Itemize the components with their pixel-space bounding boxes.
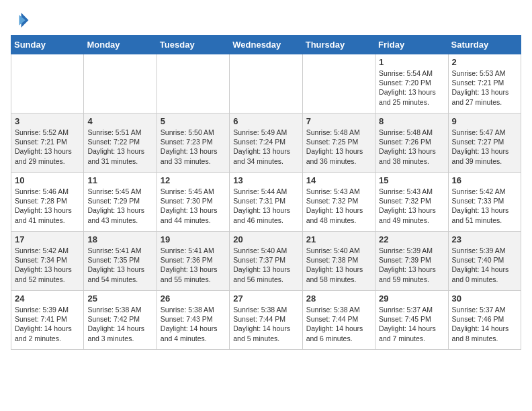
calendar-cell [230,54,302,113]
header-wednesday: Wednesday [230,36,302,54]
day-info: Sunrise: 5:40 AM Sunset: 7:38 PM Dayligh… [306,246,371,284]
day-number: 12 [161,175,226,185]
calendar-cell: 26Sunrise: 5:38 AM Sunset: 7:43 PM Dayli… [157,291,229,350]
day-info: Sunrise: 5:42 AM Sunset: 7:34 PM Dayligh… [15,246,80,284]
calendar-cell: 22Sunrise: 5:39 AM Sunset: 7:39 PM Dayli… [375,232,448,291]
day-info: Sunrise: 5:50 AM Sunset: 7:23 PM Dayligh… [161,128,226,166]
day-info: Sunrise: 5:47 AM Sunset: 7:27 PM Dayligh… [452,128,517,166]
calendar-cell: 15Sunrise: 5:43 AM Sunset: 7:32 PM Dayli… [375,173,448,232]
calendar-cell: 23Sunrise: 5:39 AM Sunset: 7:40 PM Dayli… [448,232,521,291]
calendar-cell: 30Sunrise: 5:37 AM Sunset: 7:46 PM Dayli… [448,291,521,350]
calendar-cell: 11Sunrise: 5:45 AM Sunset: 7:29 PM Dayli… [84,173,157,232]
day-number: 22 [379,234,444,244]
calendar-week-3: 10Sunrise: 5:46 AM Sunset: 7:28 PM Dayli… [11,173,521,232]
day-number: 25 [87,293,152,304]
calendar-week-2: 3Sunrise: 5:52 AM Sunset: 7:21 PM Daylig… [11,113,521,173]
header-monday: Monday [84,36,157,54]
day-number: 14 [306,175,371,185]
day-info: Sunrise: 5:39 AM Sunset: 7:39 PM Dayligh… [379,246,444,284]
day-number: 1 [379,57,444,67]
day-info: Sunrise: 5:38 AM Sunset: 7:44 PM Dayligh… [306,305,371,343]
day-info: Sunrise: 5:53 AM Sunset: 7:21 PM Dayligh… [452,68,517,107]
calendar-week-4: 17Sunrise: 5:42 AM Sunset: 7:34 PM Dayli… [11,232,521,291]
day-info: Sunrise: 5:38 AM Sunset: 7:42 PM Dayligh… [87,305,152,343]
day-info: Sunrise: 5:40 AM Sunset: 7:37 PM Dayligh… [233,246,298,284]
calendar-cell: 16Sunrise: 5:42 AM Sunset: 7:33 PM Dayli… [448,173,521,232]
calendar-cell: 3Sunrise: 5:52 AM Sunset: 7:21 PM Daylig… [11,113,84,173]
day-number: 2 [452,57,517,67]
calendar-cell: 28Sunrise: 5:38 AM Sunset: 7:44 PM Dayli… [302,291,375,350]
calendar-table: SundayMondayTuesdayWednesdayThursdayFrid… [11,35,521,350]
day-info: Sunrise: 5:51 AM Sunset: 7:22 PM Dayligh… [87,128,152,166]
calendar-cell: 24Sunrise: 5:39 AM Sunset: 7:41 PM Dayli… [11,291,84,350]
calendar-cell: 7Sunrise: 5:48 AM Sunset: 7:25 PM Daylig… [302,113,375,173]
header-friday: Friday [375,36,448,54]
day-info: Sunrise: 5:48 AM Sunset: 7:26 PM Dayligh… [379,128,444,166]
calendar-cell: 17Sunrise: 5:42 AM Sunset: 7:34 PM Dayli… [11,232,84,291]
day-number: 28 [306,293,371,304]
header-thursday: Thursday [302,36,375,54]
day-info: Sunrise: 5:45 AM Sunset: 7:30 PM Dayligh… [161,187,226,225]
day-number: 18 [87,234,152,244]
calendar-cell: 29Sunrise: 5:37 AM Sunset: 7:45 PM Dayli… [375,291,448,350]
calendar-cell: 14Sunrise: 5:43 AM Sunset: 7:32 PM Dayli… [302,173,375,232]
day-number: 23 [452,234,517,244]
day-info: Sunrise: 5:43 AM Sunset: 7:32 PM Dayligh… [379,187,444,225]
day-number: 17 [15,234,80,244]
header-saturday: Saturday [448,36,521,54]
logo-icon [11,11,30,30]
calendar-cell: 27Sunrise: 5:38 AM Sunset: 7:44 PM Dayli… [230,291,302,350]
day-number: 26 [161,293,226,304]
day-number: 4 [87,116,152,126]
calendar-header-row: SundayMondayTuesdayWednesdayThursdayFrid… [11,36,521,54]
day-number: 30 [452,293,517,304]
calendar-cell: 6Sunrise: 5:49 AM Sunset: 7:24 PM Daylig… [230,113,302,173]
header [11,11,521,30]
day-number: 29 [379,293,444,304]
calendar-week-5: 24Sunrise: 5:39 AM Sunset: 7:41 PM Dayli… [11,291,521,350]
day-number: 5 [161,116,226,126]
calendar-cell: 21Sunrise: 5:40 AM Sunset: 7:38 PM Dayli… [302,232,375,291]
day-number: 13 [233,175,298,185]
day-info: Sunrise: 5:54 AM Sunset: 7:20 PM Dayligh… [379,68,444,107]
calendar-cell: 1Sunrise: 5:54 AM Sunset: 7:20 PM Daylig… [375,54,448,113]
day-info: Sunrise: 5:38 AM Sunset: 7:43 PM Dayligh… [161,305,226,343]
day-info: Sunrise: 5:41 AM Sunset: 7:35 PM Dayligh… [87,246,152,284]
day-info: Sunrise: 5:46 AM Sunset: 7:28 PM Dayligh… [15,187,80,225]
day-number: 3 [15,116,80,126]
calendar-cell [157,54,229,113]
day-number: 10 [15,175,80,185]
calendar-week-1: 1Sunrise: 5:54 AM Sunset: 7:20 PM Daylig… [11,54,521,113]
day-number: 20 [233,234,298,244]
calendar-cell [84,54,157,113]
calendar-cell: 2Sunrise: 5:53 AM Sunset: 7:21 PM Daylig… [448,54,521,113]
calendar-cell: 20Sunrise: 5:40 AM Sunset: 7:37 PM Dayli… [230,232,302,291]
day-info: Sunrise: 5:52 AM Sunset: 7:21 PM Dayligh… [15,128,80,166]
day-number: 24 [15,293,80,304]
calendar-cell: 13Sunrise: 5:44 AM Sunset: 7:31 PM Dayli… [230,173,302,232]
day-info: Sunrise: 5:37 AM Sunset: 7:46 PM Dayligh… [452,305,517,343]
calendar-cell: 4Sunrise: 5:51 AM Sunset: 7:22 PM Daylig… [84,113,157,173]
calendar-cell: 25Sunrise: 5:38 AM Sunset: 7:42 PM Dayli… [84,291,157,350]
day-number: 8 [379,116,444,126]
calendar-cell: 5Sunrise: 5:50 AM Sunset: 7:23 PM Daylig… [157,113,229,173]
day-info: Sunrise: 5:42 AM Sunset: 7:33 PM Dayligh… [452,187,517,225]
day-number: 27 [233,293,298,304]
calendar-cell: 8Sunrise: 5:48 AM Sunset: 7:26 PM Daylig… [375,113,448,173]
day-info: Sunrise: 5:38 AM Sunset: 7:44 PM Dayligh… [233,305,298,343]
day-info: Sunrise: 5:37 AM Sunset: 7:45 PM Dayligh… [379,305,444,343]
day-info: Sunrise: 5:43 AM Sunset: 7:32 PM Dayligh… [306,187,371,225]
day-info: Sunrise: 5:49 AM Sunset: 7:24 PM Dayligh… [233,128,298,166]
calendar-cell: 12Sunrise: 5:45 AM Sunset: 7:30 PM Dayli… [157,173,229,232]
day-number: 16 [452,175,517,185]
calendar-cell: 19Sunrise: 5:41 AM Sunset: 7:36 PM Dayli… [157,232,229,291]
header-tuesday: Tuesday [157,36,229,54]
calendar-cell [302,54,375,113]
calendar-cell [11,54,84,113]
day-info: Sunrise: 5:48 AM Sunset: 7:25 PM Dayligh… [306,128,371,166]
day-info: Sunrise: 5:44 AM Sunset: 7:31 PM Dayligh… [233,187,298,225]
day-number: 9 [452,116,517,126]
header-sunday: Sunday [11,36,84,54]
day-number: 7 [306,116,371,126]
logo [11,11,32,30]
